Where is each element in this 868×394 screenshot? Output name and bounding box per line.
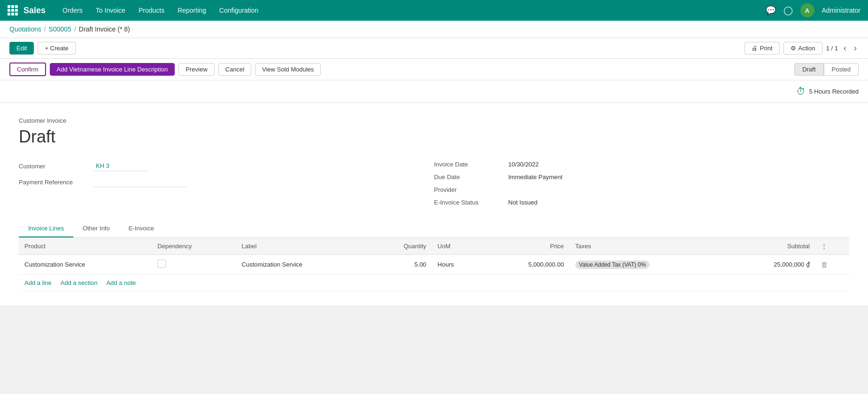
due-date-value: Immediate Payment <box>508 173 563 181</box>
customer-label: Customer <box>19 163 89 170</box>
row-price: 5,000,000.00 <box>483 255 570 275</box>
cancel-button[interactable]: Cancel <box>218 63 251 76</box>
menu-products[interactable]: Products <box>133 5 170 16</box>
due-date-row: Due Date Immediate Payment <box>434 173 849 181</box>
edit-button[interactable]: Edit <box>9 42 34 55</box>
row-subtotal: 25,000,000 ₫ <box>728 255 815 275</box>
breadcrumb-sep-1: / <box>44 25 46 33</box>
menu-to-invoice[interactable]: To Invoice <box>90 5 131 16</box>
payment-ref-input[interactable] <box>93 177 187 187</box>
provider-label: Provider <box>434 186 504 193</box>
avatar[interactable]: A <box>800 3 814 17</box>
pagination: 1 / 1 ‹ › <box>826 42 859 54</box>
invoice-date-value: 10/30/2022 <box>508 161 539 168</box>
breadcrumb-current: Draft Invoice (* 8) <box>79 25 130 33</box>
fields-left: Customer KH 3 Payment Reference <box>19 161 434 206</box>
row-dependency <box>152 255 236 275</box>
col-price: Price <box>483 238 570 255</box>
einvoice-status-row: E-Invoice Status Not Issued <box>434 199 849 206</box>
tabs: Invoice Lines Other Info E-Invoice <box>19 220 849 238</box>
help-icon[interactable]: ◯ <box>783 5 793 16</box>
fields-right: Invoice Date 10/30/2022 Due Date Immedia… <box>434 161 849 206</box>
due-date-label: Due Date <box>434 173 504 181</box>
col-quantity: Quantity <box>369 238 432 255</box>
add-line-link[interactable]: Add a line <box>24 279 52 286</box>
status-posted[interactable]: Posted <box>824 63 859 76</box>
menu-orders[interactable]: Orders <box>57 5 88 16</box>
status-draft[interactable]: Draft <box>794 63 823 76</box>
delete-icon[interactable]: 🗑 <box>821 260 828 268</box>
customer-row: Customer KH 3 <box>19 161 434 171</box>
menu-configuration[interactable]: Configuration <box>214 5 264 16</box>
tab-invoice-lines[interactable]: Invoice Lines <box>19 220 73 237</box>
vn-invoice-button[interactable]: Add Vietnamese Invoice Line Description <box>50 63 175 76</box>
row-quantity: 5.00 <box>369 255 432 275</box>
main-toolbar: Edit + Create 🖨 Print ⚙ Action 1 / 1 ‹ › <box>0 38 868 59</box>
print-icon: 🖨 <box>752 45 758 52</box>
view-sold-button[interactable]: View Sold Modules <box>255 63 321 76</box>
hours-banner: ⏱ 5 Hours Recorded <box>0 80 868 103</box>
provider-row: Provider <box>434 186 849 193</box>
add-section-link[interactable]: Add a section <box>61 279 98 286</box>
row-delete[interactable]: 🗑 <box>815 255 849 275</box>
app-brand[interactable]: Sales <box>8 5 46 16</box>
confirm-button[interactable]: Confirm <box>9 63 46 76</box>
prev-page-button[interactable]: ‹ <box>842 42 848 54</box>
tab-other-info[interactable]: Other Info <box>73 220 119 237</box>
doc-title: Draft <box>19 127 849 147</box>
invoice-table: Product Dependency Label Quantity UoM Pr… <box>19 238 849 292</box>
grid-icon <box>8 5 18 16</box>
col-product: Product <box>19 238 152 255</box>
topnav-right: 💬 ◯ A Administrator <box>766 3 860 17</box>
breadcrumb-quotations[interactable]: Quotations <box>9 25 41 33</box>
gear-icon: ⚙ <box>790 45 796 52</box>
col-actions: ⋮ <box>815 238 849 255</box>
doc-type-label: Customer Invoice <box>19 117 849 124</box>
username: Administrator <box>822 7 860 14</box>
main-menu: Orders To Invoice Products Reporting Con… <box>57 5 765 16</box>
tax-badge: Value Added Tax (VAT) 0% <box>575 260 650 269</box>
fields-grid: Customer KH 3 Payment Reference Invoice … <box>19 161 849 206</box>
col-subtotal: Subtotal <box>728 238 815 255</box>
einvoice-status-value: Not Issued <box>508 199 537 206</box>
action-toolbar: Confirm Add Vietnamese Invoice Line Desc… <box>0 59 868 80</box>
customer-value[interactable]: KH 3 <box>93 161 149 171</box>
menu-reporting[interactable]: Reporting <box>172 5 212 16</box>
add-note-link[interactable]: Add a note <box>106 279 136 286</box>
breadcrumb: Quotations / S00005 / Draft Invoice (* 8… <box>0 21 868 38</box>
preview-button[interactable]: Preview <box>178 63 214 76</box>
top-navigation: Sales Orders To Invoice Products Reporti… <box>0 0 868 21</box>
row-label: Customization Service <box>236 255 369 275</box>
payment-ref-label: Payment Reference <box>19 179 89 186</box>
chat-icon[interactable]: 💬 <box>766 5 776 16</box>
tab-einvoice[interactable]: E-Invoice <box>119 220 163 237</box>
table-row: Customization Service Customization Serv… <box>19 255 849 275</box>
add-line-cell: Add a line Add a section Add a note <box>19 275 849 292</box>
dependency-checkbox[interactable] <box>157 260 166 268</box>
col-label: Label <box>236 238 369 255</box>
clock-icon: ⏱ <box>796 86 806 97</box>
col-uom: UoM <box>432 238 483 255</box>
print-button[interactable]: 🖨 Print <box>744 42 780 55</box>
invoice-date-row: Invoice Date 10/30/2022 <box>434 161 849 168</box>
add-line-row: Add a line Add a section Add a note <box>19 275 849 292</box>
hours-text: 5 Hours Recorded <box>809 88 859 95</box>
payment-ref-row: Payment Reference <box>19 177 434 187</box>
row-uom: Hours <box>432 255 483 275</box>
status-pills: Draft Posted <box>794 63 859 76</box>
create-button[interactable]: + Create <box>38 42 75 55</box>
app-name: Sales <box>23 6 46 16</box>
breadcrumb-sep-2: / <box>74 25 76 33</box>
col-taxes: Taxes <box>570 238 728 255</box>
breadcrumb-s00005[interactable]: S00005 <box>49 25 71 33</box>
action-button[interactable]: ⚙ Action <box>783 42 822 55</box>
col-dependency: Dependency <box>152 238 236 255</box>
einvoice-status-label: E-Invoice Status <box>434 199 504 206</box>
row-taxes: Value Added Tax (VAT) 0% <box>570 255 728 275</box>
next-page-button[interactable]: › <box>852 42 859 54</box>
invoice-date-label: Invoice Date <box>434 161 504 168</box>
main-content: ⏱ 5 Hours Recorded Customer Invoice Draf… <box>0 80 868 306</box>
document-card: Customer Invoice Draft Customer KH 3 Pay… <box>0 103 868 306</box>
row-product[interactable]: Customization Service <box>19 255 152 275</box>
